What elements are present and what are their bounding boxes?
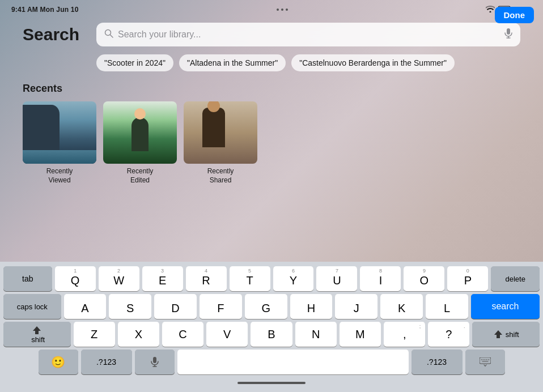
key-o[interactable]: 9 O (404, 266, 444, 291)
key-f[interactable]: F (200, 294, 242, 319)
recents-section: Recents Recently Viewed (23, 83, 520, 185)
key-shift-left[interactable]: shift (3, 322, 71, 347)
svg-rect-5 (507, 28, 510, 35)
dot2 (281, 8, 283, 11)
search-input[interactable]: Search your library... (118, 29, 500, 40)
key-q[interactable]: 1 Q (55, 266, 96, 291)
chess-person (202, 108, 225, 147)
mic-icon[interactable] (504, 28, 512, 41)
suggestion-chip-1[interactable]: "Altadena in the Summer" (179, 54, 286, 71)
person-head (134, 108, 146, 120)
home-indicator (3, 377, 540, 389)
suggestion-chip-2[interactable]: "Castelnuovo Berardenga in the Summer" (291, 54, 455, 71)
done-button[interactable]: Done (495, 7, 534, 23)
key-comma[interactable]: ,; (384, 322, 425, 347)
key-j[interactable]: J (335, 294, 377, 319)
key-question[interactable]: ?. (428, 322, 469, 347)
key-mic-bottom[interactable] (135, 350, 175, 374)
key-v[interactable]: V (206, 322, 248, 347)
status-bar: 9:41 AM Mon Jun 10 100% (0, 0, 543, 17)
key-y[interactable]: 6 Y (273, 266, 314, 291)
recent-item-viewed[interactable]: Recently Viewed (23, 101, 96, 185)
key-n[interactable]: N (295, 322, 337, 347)
key-k[interactable]: K (380, 294, 423, 319)
keyboard: tab 1 Q 2 W 3 E 4 R 5 T 6 Y 7 U 8 (0, 262, 543, 392)
person-silhouette (131, 117, 149, 151)
key-c[interactable]: C (162, 322, 203, 347)
key-w[interactable]: 2 W (99, 266, 139, 291)
search-icon (104, 29, 113, 40)
recent-label-shared: Recently Shared (207, 167, 234, 185)
key-123-right[interactable]: .?123 (412, 350, 463, 374)
chess-head (207, 101, 220, 112)
search-title: Search (23, 25, 85, 44)
svg-rect-11 (480, 357, 491, 364)
recent-thumb-edited (103, 101, 177, 164)
recent-thumb-shared (184, 101, 257, 164)
suggestion-chip-0[interactable]: "Scooter in 2024" (96, 54, 173, 71)
key-search-button[interactable]: search (471, 294, 540, 319)
key-x[interactable]: X (118, 322, 159, 347)
home-bar (237, 382, 306, 384)
key-d[interactable]: D (154, 294, 197, 319)
svg-line-4 (111, 35, 113, 38)
water-area (23, 150, 96, 164)
key-e[interactable]: 3 E (142, 266, 183, 291)
keyboard-row-3: shift Z X C V B N M ,; ?. shift (3, 322, 540, 347)
cliff-shape (23, 105, 60, 152)
key-shift-right[interactable]: shift (472, 322, 540, 347)
key-p[interactable]: 0 P (447, 266, 488, 291)
search-section: Search Search your library... (23, 23, 520, 46)
thumb-content-edited (103, 101, 177, 164)
key-emoji[interactable]: 🙂 (39, 350, 78, 374)
key-delete[interactable]: delete (491, 266, 540, 291)
keyboard-row-2: caps lock A S D F G H J K L search (3, 294, 540, 319)
search-bar[interactable]: Search your library... (96, 23, 520, 46)
key-123-left[interactable]: .?123 (81, 350, 132, 374)
recent-label-edited: Recently Edited (127, 167, 154, 185)
dot1 (277, 8, 279, 11)
key-r[interactable]: 4 R (186, 266, 227, 291)
svg-rect-8 (153, 357, 156, 363)
key-u[interactable]: 7 U (316, 266, 357, 291)
recents-label: Recents (23, 83, 520, 95)
key-t[interactable]: 5 T (230, 266, 270, 291)
thumb-content-viewed (23, 101, 96, 164)
status-dots (277, 8, 288, 11)
key-g[interactable]: G (245, 294, 287, 319)
key-z[interactable]: Z (74, 322, 115, 347)
recents-grid: Recently Viewed Recently Edited (23, 101, 520, 185)
keyboard-row-4: 🙂 .?123 .?123 (3, 350, 540, 374)
main-content: Search Search your library... "Scooter i (0, 17, 543, 185)
key-s[interactable]: S (109, 294, 151, 319)
recent-label-viewed: Recently Viewed (46, 167, 73, 185)
key-space[interactable] (177, 350, 409, 374)
keyboard-row-1: tab 1 Q 2 W 3 E 4 R 5 T 6 Y 7 U 8 (3, 266, 540, 291)
key-b[interactable]: B (251, 322, 292, 347)
thumb-content-shared (184, 101, 257, 164)
status-time: 9:41 AM Mon Jun 10 (11, 6, 79, 14)
recent-item-edited[interactable]: Recently Edited (103, 101, 177, 185)
key-capslock[interactable]: caps lock (3, 294, 61, 319)
key-tab[interactable]: tab (3, 266, 52, 291)
key-a[interactable]: A (64, 294, 107, 319)
key-i[interactable]: 8 I (360, 266, 401, 291)
wifi-icon (486, 6, 495, 14)
key-l[interactable]: L (426, 294, 468, 319)
dot3 (286, 8, 288, 11)
recent-thumb-viewed (23, 101, 96, 164)
key-keyboard-dismiss[interactable] (465, 350, 505, 374)
recent-item-shared[interactable]: Recently Shared (184, 101, 257, 185)
key-m[interactable]: M (340, 322, 381, 347)
key-h[interactable]: H (290, 294, 333, 319)
suggestion-chips: "Scooter in 2024" "Altadena in the Summe… (96, 54, 520, 71)
